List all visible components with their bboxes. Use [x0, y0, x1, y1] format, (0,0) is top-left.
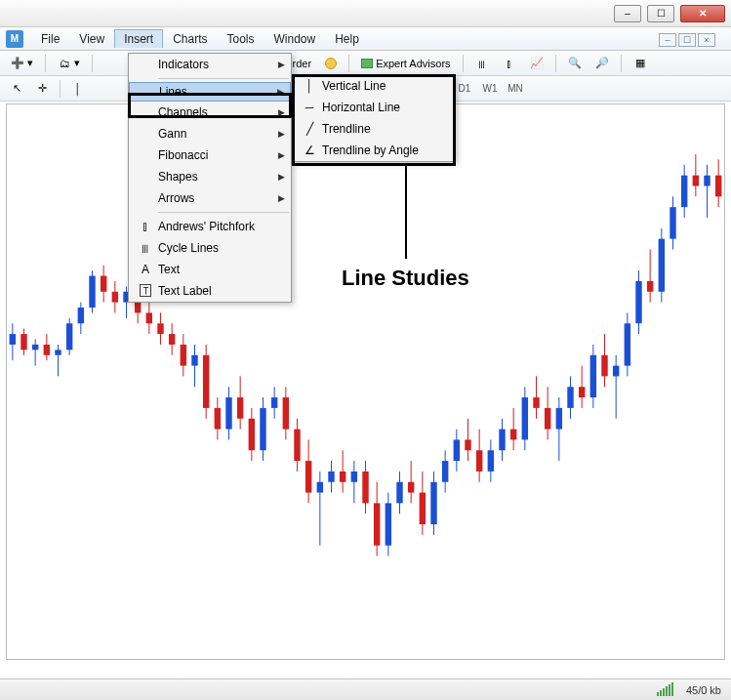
menu-arrows[interactable]: Arrows▶ — [129, 187, 291, 209]
vline-icon: │ — [72, 82, 84, 96]
svg-rect-45 — [260, 408, 265, 450]
vline-button[interactable]: │ — [67, 79, 89, 99]
svg-rect-35 — [203, 355, 209, 408]
svg-rect-27 — [157, 323, 163, 334]
window-close-button[interactable]: ✕ — [680, 5, 725, 22]
svg-rect-3 — [20, 334, 26, 350]
svg-rect-29 — [169, 334, 175, 345]
profiles-button[interactable]: 🗂▾ — [53, 54, 85, 73]
linechart-icon: 📈 — [530, 57, 544, 70]
barchart-icon: ⫼ — [475, 57, 489, 70]
diamond-icon — [325, 58, 337, 69]
svg-rect-61 — [351, 472, 357, 482]
svg-rect-17 — [101, 276, 106, 292]
svg-rect-13 — [78, 308, 84, 323]
bar-chart-button[interactable]: ⫼ — [470, 54, 494, 73]
zoom-out-button[interactable]: 🔎 — [590, 54, 614, 73]
menu-window[interactable]: Window — [264, 29, 326, 49]
ea-icon — [361, 59, 373, 68]
submenu-trendline-angle[interactable]: ∠Trendline by Angle — [293, 140, 455, 161]
menu-channels[interactable]: Channels▶ — [129, 102, 291, 123]
window-minimize-button[interactable]: – — [614, 5, 641, 22]
app-icon: M — [6, 30, 23, 48]
menu-text-label[interactable]: 🅃Text Label — [129, 280, 291, 302]
svg-rect-95 — [545, 408, 550, 430]
svg-rect-73 — [420, 493, 426, 524]
submenu-trendline[interactable]: ╱Trendline — [293, 118, 455, 140]
candlestick-chart — [7, 104, 724, 660]
crosshair-icon: ✛ — [36, 82, 48, 96]
line-chart-button[interactable]: 📈 — [525, 54, 548, 73]
expert-advisors-button[interactable]: Expert Advisors — [356, 54, 455, 73]
status-bar: 45/0 kb — [0, 679, 731, 700]
new-chart-button[interactable]: ➕▾ — [6, 54, 38, 73]
cursor-button[interactable]: ↖ — [6, 79, 27, 99]
mdi-close-button[interactable]: × — [698, 33, 715, 47]
lines-submenu: │Vertical Line ─Horizontal Line ╱Trendli… — [292, 74, 456, 162]
svg-rect-101 — [579, 387, 585, 397]
zoom-in-button[interactable]: 🔍 — [563, 54, 587, 73]
svg-rect-25 — [146, 312, 152, 323]
svg-rect-1 — [10, 334, 16, 345]
svg-rect-53 — [305, 461, 311, 492]
zoom-out-icon: 🔎 — [595, 57, 609, 70]
timeframe-w1[interactable]: W1 — [479, 79, 501, 99]
svg-rect-99 — [567, 387, 573, 408]
svg-rect-85 — [488, 450, 494, 472]
text-icon: A — [133, 263, 158, 276]
svg-rect-115 — [659, 239, 665, 292]
insert-dropdown: Indicators▶ Lines▶ Channels▶ Gann▶ Fibon… — [128, 53, 292, 303]
annotation-label: Line Studies — [342, 266, 469, 291]
menu-pitchfork[interactable]: ⫿Andrews' Pitchfork — [129, 216, 291, 237]
menu-tools[interactable]: Tools — [218, 29, 264, 49]
tile-button[interactable]: ▦ — [629, 54, 652, 73]
crosshair-button[interactable]: ✛ — [31, 79, 53, 99]
svg-rect-71 — [408, 482, 414, 493]
menu-file[interactable]: File — [31, 29, 69, 49]
menu-gann[interactable]: Gann▶ — [129, 123, 291, 144]
window-maximize-button[interactable]: ☐ — [647, 5, 674, 22]
svg-rect-19 — [112, 292, 118, 303]
svg-rect-51 — [294, 430, 300, 461]
candle-icon: ⫿ — [503, 57, 516, 70]
menu-text[interactable]: AText — [129, 259, 291, 280]
plus-icon: ➕ — [11, 57, 24, 70]
svg-rect-37 — [215, 408, 221, 430]
svg-rect-93 — [533, 397, 539, 408]
svg-rect-103 — [590, 355, 596, 397]
menu-help[interactable]: Help — [325, 29, 369, 49]
svg-rect-111 — [635, 281, 641, 323]
menu-cycle-lines[interactable]: ⫼Cycle Lines — [129, 237, 291, 259]
svg-rect-123 — [704, 176, 710, 186]
vline-icon: │ — [297, 79, 322, 93]
submenu-vertical-line[interactable]: │Vertical Line — [293, 75, 455, 97]
menu-insert[interactable]: Insert — [114, 29, 163, 48]
main-toolbar: ➕▾ 🗂▾ Order Expert Advisors ⫼ ⫿ 📈 🔍 🔎 ▦ — [0, 51, 731, 76]
svg-rect-39 — [225, 397, 231, 429]
submenu-horizontal-line[interactable]: ─Horizontal Line — [293, 97, 455, 118]
menu-view[interactable]: View — [69, 29, 114, 49]
timeframe-mn[interactable]: MN — [505, 79, 526, 99]
annotation-connector — [405, 166, 407, 259]
menu-indicators[interactable]: Indicators▶ — [129, 54, 291, 75]
mdi-maximize-button[interactable]: ☐ — [678, 33, 696, 47]
mdi-minimize-button[interactable]: – — [659, 33, 676, 47]
hline-icon: ─ — [297, 101, 322, 114]
menu-fibonacci[interactable]: Fibonacci▶ — [129, 144, 291, 166]
menu-charts[interactable]: Charts — [163, 29, 217, 49]
svg-rect-65 — [374, 503, 380, 545]
svg-rect-75 — [430, 482, 436, 524]
zoom-in-icon: 🔍 — [568, 57, 582, 70]
svg-rect-121 — [693, 176, 699, 186]
timeframe-d1[interactable]: D1 — [454, 79, 475, 99]
menu-shapes[interactable]: Shapes▶ — [129, 166, 291, 187]
label-icon: 🅃 — [133, 284, 158, 298]
autotrading-button[interactable] — [320, 54, 342, 73]
menu-lines[interactable]: Lines▶ — [129, 82, 291, 102]
chart-area[interactable] — [6, 103, 725, 660]
svg-rect-113 — [647, 281, 653, 292]
trend-icon: ╱ — [297, 122, 322, 136]
svg-rect-33 — [191, 355, 197, 366]
svg-rect-81 — [465, 439, 470, 450]
candle-chart-button[interactable]: ⫿ — [498, 54, 521, 73]
